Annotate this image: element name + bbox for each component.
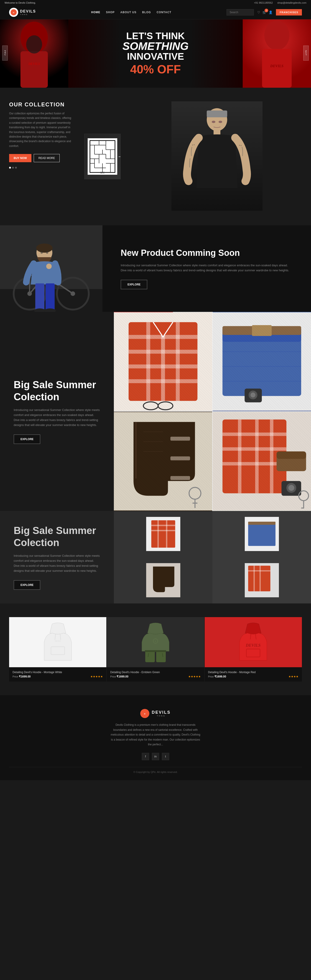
svg-rect-92	[170, 437, 190, 441]
svg-rect-106	[277, 452, 306, 471]
dot-2[interactable]	[12, 167, 14, 169]
collection-description: Our collection epitomizes the perfect fu…	[9, 111, 73, 148]
product-image-3: DEVILS	[205, 617, 302, 667]
big-sale-image-1	[114, 312, 311, 511]
svg-rect-134	[156, 651, 166, 662]
header-icons: ♡ 🛒 0 👤	[257, 11, 273, 14]
svg-text:NYC: NYC	[100, 172, 105, 174]
big-sale-content-2: Big Sale Summer Colection Introducing ou…	[0, 511, 114, 603]
top-bar: Welcome to Devils Clothing. +91 98211805…	[0, 0, 311, 5]
product-item-1: DEVILS Detailing Devil's Hoodie - Montag…	[9, 617, 106, 682]
svg-text:D: D	[155, 641, 156, 642]
big-sale-description-1: Introducing our sensational Summer Colle…	[14, 407, 100, 428]
product-info-2: Detailing Devil's Hoodie - Emblem Green …	[107, 667, 204, 682]
header: D DEVILS THNG HOME SHOP ABOUT US BLOG CO…	[0, 5, 311, 19]
svg-rect-113	[151, 520, 175, 547]
svg-point-41	[219, 121, 222, 123]
flatlay-boots	[114, 412, 212, 511]
collection-section: OUR COLLECTION Our collection epitomizes…	[0, 88, 311, 225]
collection-image-area: NYC NYC →	[82, 101, 123, 212]
svg-rect-85	[244, 389, 262, 402]
cart-icon[interactable]: 🛒 0	[262, 11, 267, 14]
big-sale-explore-button-2[interactable]: Explore	[14, 580, 40, 590]
new-product-description: Introducing our sensational Summer Colle…	[121, 263, 293, 273]
nav-contact[interactable]: CONTACT	[157, 11, 171, 14]
svg-text:D: D	[13, 12, 14, 14]
nav-about[interactable]: ABOUT US	[121, 11, 136, 14]
email: shop@detallingdevils.com	[277, 2, 306, 4]
logo-icon: D	[9, 8, 18, 17]
svg-rect-120	[248, 522, 276, 525]
product-info-1: Detailing Devil's Hoodie - Montage White…	[9, 667, 106, 682]
twitter-icon[interactable]: t	[162, 753, 169, 760]
svg-rect-77	[213, 312, 311, 411]
linkedin-icon[interactable]: in	[152, 753, 159, 760]
svg-rect-79	[222, 327, 301, 342]
sale2-cell-4	[213, 557, 311, 603]
dot-3[interactable]	[15, 167, 17, 169]
big-sale-title-2: Big Sale Summer Colection	[14, 525, 100, 549]
hero-next-nav: NXT	[303, 46, 309, 62]
product-image-2: D	[107, 617, 204, 667]
product-stars-3: ★★★★	[289, 675, 298, 678]
footer-description: Devils Clothing is a premium men's cloth…	[110, 722, 201, 747]
footer-brand-sub: THNG	[152, 715, 171, 717]
user-icon[interactable]: 👤	[269, 11, 273, 14]
sale2-cell-1	[114, 511, 213, 557]
big-sale-explore-button-1[interactable]: Explore	[14, 434, 40, 444]
svg-rect-58	[35, 283, 44, 311]
svg-rect-36	[207, 110, 227, 117]
new-product-explore-button[interactable]: Explore	[121, 280, 147, 289]
hero-prev-button[interactable]: PRV	[2, 46, 8, 60]
brand-sub: THNG	[20, 13, 36, 16]
svg-text:DEVILS: DEVILS	[246, 643, 261, 648]
footer-brand: DEVILS THNG	[152, 710, 171, 717]
sale2-cell-3	[114, 557, 213, 603]
products-section: DEVILS Detailing Devil's Hoodie - Montag…	[0, 603, 311, 695]
product-item-3: DEVILS Detailing Devil's Hoodie - Montag…	[205, 617, 302, 682]
search-input[interactable]	[227, 9, 254, 16]
footer-brand-name: DEVILS	[152, 710, 171, 715]
new-product-title: New Product Comming Soon	[121, 248, 293, 258]
footer: D DEVILS THNG Devils Clothing is a premi…	[0, 695, 311, 780]
product-stars-1: ★★★★★	[90, 675, 103, 678]
products-grid: DEVILS Detailing Devil's Hoodie - Montag…	[9, 617, 302, 682]
collection-model-image: ✦✦ ✦✦	[132, 101, 302, 212]
svg-point-95	[189, 487, 201, 499]
svg-point-75	[158, 402, 173, 410]
product-item-2: D Detailing Devil's Hoodie - Emblem Gree…	[107, 617, 204, 682]
nav-shop[interactable]: SHOP	[106, 11, 115, 14]
svg-text:≈≈: ≈≈	[25, 274, 27, 275]
hero-next-button[interactable]: NXT	[303, 46, 309, 60]
svg-text:D: D	[144, 713, 146, 715]
big-sale-description-2: Introducing our sensational Summer Colle…	[14, 553, 100, 573]
logo-text: DEVILS THNG	[20, 10, 36, 16]
svg-rect-65	[114, 312, 212, 411]
dot-1[interactable]	[9, 167, 11, 169]
big-sale-title-1: Big Sale Summer Colection	[14, 379, 100, 403]
new-product-content: New Product Comming Soon Introducing our…	[102, 225, 311, 312]
svg-rect-78	[222, 327, 301, 396]
svg-point-74	[143, 402, 158, 410]
svg-rect-108	[281, 481, 301, 496]
svg-rect-135	[145, 650, 166, 652]
svg-rect-94	[170, 476, 190, 480]
hero-banner: DEVILS DEVILS	[0, 19, 311, 88]
big-sale-image-2	[114, 511, 311, 603]
footer-logo-icon: D	[140, 709, 149, 718]
nav-blog[interactable]: BLOG	[142, 11, 151, 14]
wishlist-icon[interactable]: ♡	[257, 11, 260, 14]
facebook-icon[interactable]: f	[142, 753, 149, 760]
big-sale-content-1: Big Sale Summer Colection Introducing ou…	[0, 312, 114, 511]
buy-now-button[interactable]: Buy Now	[9, 154, 32, 162]
svg-rect-88	[114, 412, 212, 511]
sale2-cell-2	[213, 511, 311, 557]
franchise-button[interactable]: FRANCHISES	[276, 9, 302, 16]
svg-rect-81	[252, 325, 271, 336]
nav-home[interactable]: HOME	[91, 11, 100, 14]
svg-point-87	[251, 393, 255, 398]
svg-rect-99	[222, 419, 286, 493]
svg-point-111	[299, 491, 308, 501]
read-more-button[interactable]: Read more	[34, 154, 60, 162]
product-price-2: ₹1699.00	[117, 675, 128, 678]
